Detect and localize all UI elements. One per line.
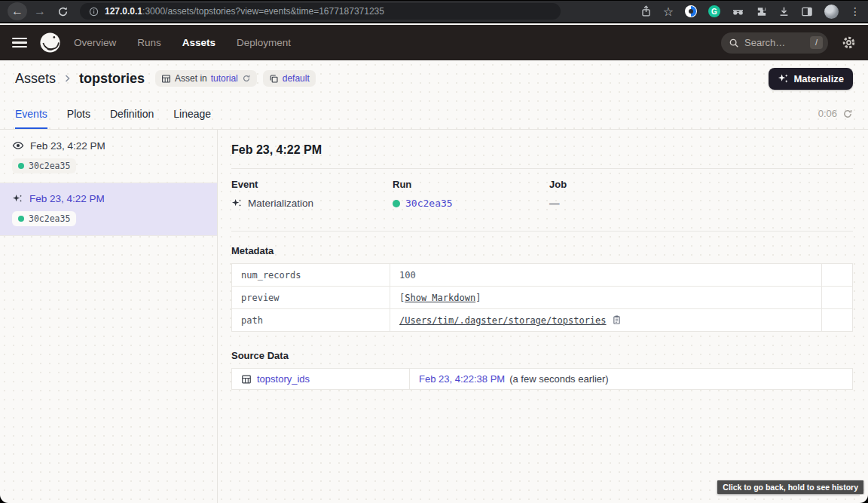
site-info-icon[interactable] bbox=[89, 7, 99, 17]
bracket-close: ] bbox=[475, 293, 481, 303]
run-id-link[interactable]: 30c2ea35 bbox=[405, 198, 453, 209]
eye-observation-icon bbox=[12, 140, 24, 152]
run-status-dot bbox=[393, 200, 400, 207]
job-column-label: Job bbox=[549, 179, 853, 190]
search-placeholder: Search… bbox=[744, 37, 785, 48]
refresh-timer: 0:06 bbox=[818, 108, 837, 119]
metadata-value: [Show Markdown] bbox=[390, 287, 822, 309]
pill-prefix-text: Asset in bbox=[175, 73, 207, 84]
table-grid-icon bbox=[161, 74, 171, 84]
path-link[interactable]: /Users/tim/.dagster/storage/topstories bbox=[399, 315, 607, 326]
browser-forward-button[interactable]: → bbox=[30, 2, 50, 20]
source-data-table: topstory_ids Feb 23, 4:22:38 PM(a few se… bbox=[231, 368, 853, 390]
share-icon[interactable] bbox=[640, 5, 652, 17]
copies-icon bbox=[269, 74, 279, 84]
incognito-glasses-icon[interactable] bbox=[732, 6, 744, 17]
run-status-dot bbox=[18, 163, 24, 169]
event-detail-panel: Feb 23, 4:22 PM Event Materialization bbox=[218, 130, 868, 503]
run-tag[interactable]: 30c2ea35 bbox=[12, 158, 76, 173]
primary-nav: Overview Runs Assets Deployment bbox=[74, 37, 291, 48]
tab-definition[interactable]: Definition bbox=[110, 108, 154, 129]
divider bbox=[231, 231, 853, 232]
refresh-icon[interactable] bbox=[242, 74, 251, 83]
metadata-key: path bbox=[232, 309, 390, 332]
settings-gear-icon[interactable] bbox=[842, 35, 856, 50]
asset-page-header: Assets topstories Asset in tutorial defa… bbox=[0, 60, 868, 97]
browser-menu-icon[interactable]: ⋮ bbox=[850, 5, 860, 17]
job-empty-value: — bbox=[549, 198, 560, 209]
default-group-link[interactable]: default bbox=[283, 73, 310, 84]
nav-item-assets[interactable]: Assets bbox=[182, 37, 215, 48]
sparkle-icon bbox=[778, 73, 789, 84]
event-timestamp: Feb 23, 4:22 PM bbox=[30, 140, 105, 152]
materialize-button[interactable]: Materialize bbox=[769, 68, 853, 90]
metadata-value: 100 bbox=[390, 264, 822, 287]
table-row: num_records 100 bbox=[232, 264, 853, 287]
show-markdown-link[interactable]: Show Markdown bbox=[405, 293, 475, 303]
divider bbox=[231, 168, 853, 169]
source-timestamp-link[interactable]: Feb 23, 4:22:38 PM bbox=[419, 373, 505, 385]
browser-address-bar[interactable]: 127.0.0.1:3000/assets/topstories?view=ev… bbox=[80, 3, 561, 20]
breadcrumb-chevron-icon bbox=[63, 72, 72, 84]
tab-events[interactable]: Events bbox=[15, 108, 47, 129]
url-host: 127.0.0.1 bbox=[105, 6, 142, 17]
event-list-item-materialization-selected[interactable]: Feb 23, 4:22 PM 30c2ea35 bbox=[0, 183, 217, 236]
sparkle-materialization-icon bbox=[12, 193, 23, 204]
window-corner bbox=[860, 495, 868, 503]
back-button-tooltip: Click to go back, hold to see history bbox=[717, 480, 863, 494]
run-status-dot bbox=[18, 216, 24, 222]
table-grid-icon bbox=[241, 374, 252, 385]
url-text: 127.0.0.1:3000/assets/topstories?view=ev… bbox=[105, 6, 384, 17]
browser-back-button[interactable]: ← bbox=[8, 2, 27, 20]
run-id: 30c2ea35 bbox=[29, 161, 70, 171]
browser-reload-button[interactable] bbox=[53, 2, 72, 20]
refresh-icon[interactable] bbox=[842, 109, 853, 119]
nav-item-runs[interactable]: Runs bbox=[137, 37, 161, 48]
metadata-action-cell bbox=[822, 264, 853, 287]
bookmark-star-icon[interactable]: ☆ bbox=[663, 5, 674, 19]
asset-tabs: Events Plots Definition Lineage 0:06 bbox=[0, 97, 868, 130]
url-path: :3000/assets/topstories?view=events&time… bbox=[142, 6, 384, 17]
asset-group-pill: Asset in tutorial bbox=[155, 70, 257, 87]
tab-plots[interactable]: Plots bbox=[67, 108, 90, 129]
event-column-label: Event bbox=[231, 179, 393, 190]
metadata-action-cell bbox=[822, 309, 853, 332]
event-summary-columns: Event Materialization Run 3 bbox=[231, 179, 853, 209]
browser-profile-avatar[interactable] bbox=[824, 5, 839, 19]
source-data-heading: Source Data bbox=[231, 350, 853, 361]
event-timestamp: Feb 23, 4:22 PM bbox=[29, 193, 105, 204]
browser-toolbar: ← → 127.0.0.1:3000/assets/topstories?vie… bbox=[0, 0, 868, 23]
download-icon[interactable] bbox=[778, 6, 790, 17]
search-input[interactable]: Search… / bbox=[721, 32, 828, 54]
nav-item-deployment[interactable]: Deployment bbox=[237, 37, 291, 48]
upstream-asset-link[interactable]: topstory_ids bbox=[257, 373, 310, 385]
table-row: path /Users/tim/.dagster/storage/topstor… bbox=[232, 309, 853, 332]
extensions-puzzle-icon[interactable] bbox=[756, 6, 767, 17]
event-list-item-observation[interactable]: Feb 23, 4:22 PM 30c2ea35 bbox=[0, 130, 217, 183]
app-navbar: Overview Runs Assets Deployment Search… … bbox=[0, 25, 868, 60]
metadata-key: num_records bbox=[232, 264, 390, 287]
copy-path-icon[interactable] bbox=[612, 314, 622, 325]
hamburger-menu-icon[interactable] bbox=[12, 38, 27, 48]
tutorial-link[interactable]: tutorial bbox=[211, 73, 238, 84]
window-corner bbox=[0, 495, 8, 503]
nav-item-overview[interactable]: Overview bbox=[74, 37, 116, 48]
repo-pill: default bbox=[263, 70, 316, 87]
run-id: 30c2ea35 bbox=[29, 213, 70, 224]
metadata-key: preview bbox=[232, 287, 390, 309]
sparkle-materialization-icon bbox=[231, 198, 243, 209]
table-row: preview [Show Markdown] bbox=[232, 287, 853, 309]
event-type-value: Materialization bbox=[248, 198, 313, 209]
grammarly-extension-icon[interactable]: G bbox=[708, 5, 720, 17]
metadata-action-cell bbox=[822, 287, 853, 309]
search-shortcut-badge: / bbox=[810, 36, 823, 49]
run-tag[interactable]: 30c2ea35 bbox=[12, 211, 76, 226]
breadcrumb-assets-link[interactable]: Assets bbox=[15, 71, 56, 87]
reload-icon bbox=[57, 6, 69, 17]
extension-circle-icon[interactable] bbox=[685, 5, 697, 17]
source-timestamp-note: (a few seconds earlier) bbox=[509, 373, 609, 385]
tab-lineage[interactable]: Lineage bbox=[173, 108, 211, 129]
dagster-logo[interactable] bbox=[38, 31, 62, 54]
breadcrumb-current-asset: topstories bbox=[79, 71, 145, 87]
side-panel-icon[interactable] bbox=[801, 6, 813, 17]
